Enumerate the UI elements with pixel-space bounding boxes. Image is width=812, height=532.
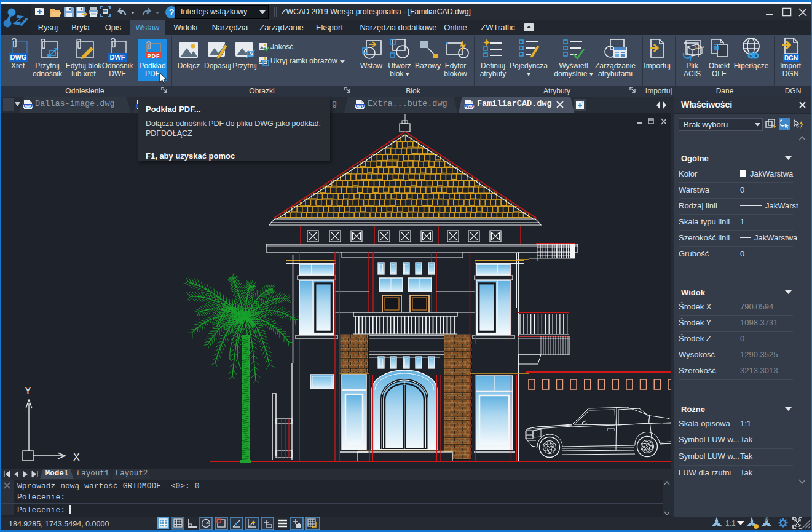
svg-text:PDF: PDF — [148, 53, 160, 59]
svg-text:1:1: 1:1 — [725, 519, 736, 528]
svg-text:DWG: DWG — [10, 54, 27, 61]
svg-text:DGN: DGN — [784, 55, 798, 62]
svg-text:DWG: DWG — [23, 104, 33, 108]
svg-text:ACIS: ACIS — [694, 45, 704, 50]
svg-text:DWF: DWF — [109, 54, 125, 61]
svg-text:?: ? — [169, 7, 175, 17]
svg-text:DWG: DWG — [465, 104, 475, 108]
svg-text:Y: Y — [25, 385, 31, 397]
svg-text:DWG: DWG — [355, 104, 365, 108]
svg-text:X: X — [73, 451, 80, 464]
